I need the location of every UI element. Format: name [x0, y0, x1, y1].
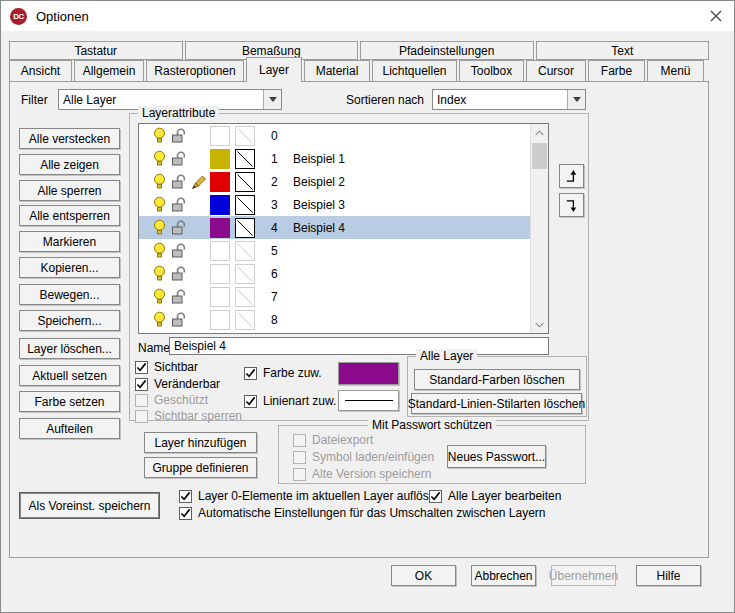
checkbox-sichtbar[interactable]: Sichtbar	[135, 360, 198, 374]
lock-all-button[interactable]: Alle sperren	[19, 180, 120, 201]
layer-color-swatch[interactable]	[210, 310, 230, 330]
layer-row-5[interactable]: 5	[139, 239, 531, 262]
tab-farbe[interactable]: Farbe	[588, 60, 645, 81]
copy-button[interactable]: Kopieren...	[19, 257, 120, 278]
layer-linestyle-swatch[interactable]	[235, 172, 255, 192]
split-button[interactable]: Aufteilen	[19, 418, 120, 439]
assigned-linestyle-button[interactable]	[338, 390, 399, 411]
layer-row-6[interactable]: 6	[139, 262, 531, 285]
delete-standard-colors-button[interactable]: Standard-Farben löschen	[414, 369, 580, 390]
set-current-button[interactable]: Aktuell setzen	[19, 365, 120, 386]
layer-linestyle-swatch[interactable]	[235, 287, 255, 307]
mark-button[interactable]: Markieren	[19, 231, 120, 252]
layer-row-3[interactable]: 3 Beispiel 3	[139, 193, 531, 216]
layer-row-2[interactable]: 2 Beispiel 2	[139, 170, 531, 193]
layer-linestyle-swatch[interactable]	[235, 218, 255, 238]
layer-visible-bulb-icon[interactable]	[152, 173, 167, 190]
layer-unlocked-icon[interactable]	[171, 174, 190, 189]
move-button[interactable]: Bewegen...	[19, 284, 120, 305]
layer-name-input[interactable]	[169, 337, 549, 355]
tab-cursor[interactable]: Cursor	[526, 60, 586, 81]
tab-toolbox[interactable]: Toolbox	[459, 60, 524, 81]
delete-layer-button[interactable]: Layer löschen...	[19, 338, 120, 359]
save-button[interactable]: Speichern...	[19, 310, 120, 331]
layer-unlocked-icon[interactable]	[171, 197, 190, 212]
checkbox-layer0-elemente[interactable]: Layer 0-Elemente im aktuellen Layer aufl…	[179, 489, 442, 503]
close-button[interactable]	[709, 9, 723, 23]
sort-dropdown-button[interactable]	[567, 90, 585, 109]
layer-unlocked-icon[interactable]	[171, 312, 190, 327]
tab-menue[interactable]: Menü	[647, 60, 704, 81]
layer-row-4-selected[interactable]: 4 Beispiel 4	[139, 216, 531, 239]
move-layer-up-button[interactable]	[559, 164, 584, 188]
layer-linestyle-swatch[interactable]	[235, 264, 255, 284]
layer-visible-bulb-icon[interactable]	[152, 311, 167, 328]
scrollbar-down-button[interactable]	[531, 316, 548, 333]
checkbox-alle-layer-bearbeiten[interactable]: Alle Layer bearbeiten	[429, 489, 561, 503]
layer-unlocked-icon[interactable]	[171, 220, 190, 235]
layer-visible-bulb-icon[interactable]	[152, 127, 167, 144]
layer-unlocked-icon[interactable]	[171, 243, 190, 258]
layer-unlocked-icon[interactable]	[171, 289, 190, 304]
filter-dropdown-button[interactable]	[263, 90, 281, 109]
layer-list[interactable]: 0 1 Beispiel 1 2 Beispiel 2	[138, 123, 549, 334]
checkbox-farbe-zuweisen[interactable]: Farbe zuw.	[244, 366, 322, 380]
checkbox-automatische-einstellungen[interactable]: Automatische Einstellungen für das Umsch…	[179, 506, 546, 520]
layer-color-swatch[interactable]	[210, 195, 230, 215]
assigned-color-button[interactable]	[338, 362, 399, 385]
layer-linestyle-swatch[interactable]	[235, 241, 255, 261]
hide-all-button[interactable]: Alle verstecken	[19, 128, 120, 149]
layer-color-swatch[interactable]	[210, 264, 230, 284]
layer-visible-bulb-icon[interactable]	[152, 150, 167, 167]
unlock-all-button[interactable]: Alle entsperren	[19, 205, 120, 226]
add-layer-button[interactable]: Layer hinzufügen	[144, 432, 257, 453]
scrollbar-thumb[interactable]	[532, 143, 547, 169]
layer-linestyle-swatch[interactable]	[235, 195, 255, 215]
define-group-button[interactable]: Gruppe definieren	[144, 457, 257, 478]
tab-allgemein[interactable]: Allgemein	[74, 60, 144, 81]
tab-pfadeinstellungen[interactable]: Pfadeinstellungen	[360, 41, 534, 60]
layer-row-1[interactable]: 1 Beispiel 1	[139, 147, 531, 170]
layer-color-swatch[interactable]	[210, 172, 230, 192]
sort-combobox[interactable]: Index	[432, 89, 586, 110]
layer-visible-bulb-icon[interactable]	[152, 288, 167, 305]
layer-visible-bulb-icon[interactable]	[152, 219, 167, 236]
layer-list-scrollbar[interactable]	[530, 124, 548, 333]
scrollbar-up-button[interactable]	[531, 124, 548, 141]
layer-unlocked-icon[interactable]	[171, 151, 190, 166]
layer-row-8[interactable]: 8	[139, 308, 531, 331]
tab-rasteroptionen[interactable]: Rasteroptionen	[146, 60, 244, 81]
save-as-preset-button[interactable]: Als Voreinst. speichern	[20, 493, 159, 518]
layer-visible-bulb-icon[interactable]	[152, 196, 167, 213]
layer-color-swatch[interactable]	[210, 126, 230, 146]
checkbox-linienart-zuweisen[interactable]: Linienart zuw.	[244, 394, 336, 408]
delete-standard-linestyles-button[interactable]: Standard-Linien-Stilarten löschen	[411, 393, 582, 414]
layer-visible-bulb-icon[interactable]	[152, 242, 167, 259]
layer-unlocked-icon[interactable]	[171, 266, 190, 281]
tab-text[interactable]: Text	[536, 41, 710, 60]
layer-color-swatch[interactable]	[210, 287, 230, 307]
layer-color-swatch[interactable]	[210, 241, 230, 261]
move-layer-down-button[interactable]	[559, 193, 584, 217]
tab-material[interactable]: Material	[304, 60, 370, 81]
layer-color-swatch[interactable]	[210, 149, 230, 169]
help-button[interactable]: Hilfe	[636, 565, 701, 586]
tab-ansicht[interactable]: Ansicht	[9, 60, 72, 81]
layer-color-swatch[interactable]	[210, 218, 230, 238]
new-password-button[interactable]: Neues Passwort...	[447, 445, 546, 468]
show-all-button[interactable]: Alle zeigen	[19, 154, 120, 175]
layer-linestyle-swatch[interactable]	[235, 310, 255, 330]
ok-button[interactable]: OK	[391, 565, 456, 586]
layer-unlocked-icon[interactable]	[171, 128, 190, 143]
checkbox-veraenderbar[interactable]: Veränderbar	[135, 377, 220, 391]
tab-lichtquellen[interactable]: Lichtquellen	[372, 60, 457, 81]
set-color-button[interactable]: Farbe setzen	[19, 391, 120, 412]
layer-linestyle-swatch[interactable]	[235, 126, 255, 146]
cancel-button[interactable]: Abbrechen	[471, 565, 536, 586]
layer-visible-bulb-icon[interactable]	[152, 265, 167, 282]
layer-row-0[interactable]: 0	[139, 124, 531, 147]
layer-linestyle-swatch[interactable]	[235, 149, 255, 169]
layer-row-7[interactable]: 7	[139, 285, 531, 308]
tab-layer[interactable]: Layer	[246, 57, 302, 82]
tab-tastatur[interactable]: Tastatur	[9, 41, 183, 60]
